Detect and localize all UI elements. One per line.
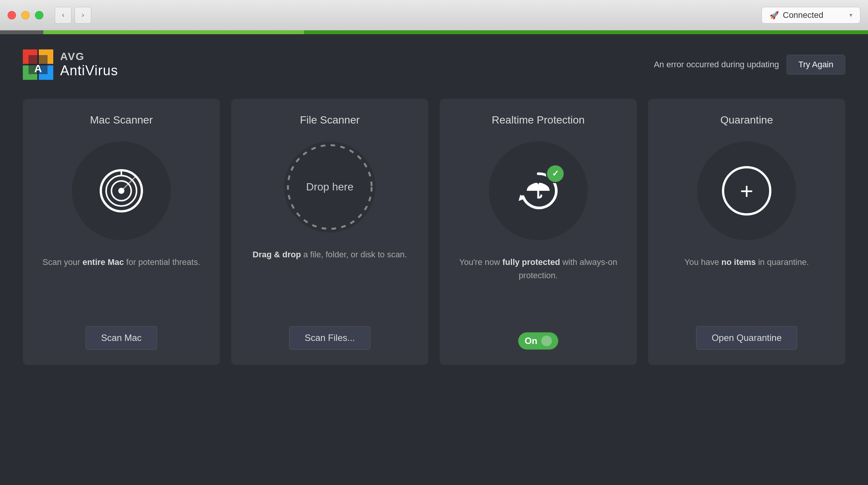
open-quarantine-button[interactable]: Open Quarantine bbox=[696, 326, 797, 350]
antivirus-label: AntiVirus bbox=[60, 63, 118, 79]
close-button[interactable] bbox=[8, 11, 16, 19]
update-error-text: An error occurred during updating bbox=[654, 60, 779, 70]
mac-scanner-icon-container bbox=[72, 141, 171, 240]
avg-label: AVG bbox=[60, 51, 118, 63]
quarantine-card: Quarantine + You have no items in quaran… bbox=[648, 99, 845, 365]
drop-here-text: Drop here bbox=[306, 181, 354, 193]
update-notice: An error occurred during updating Try Ag… bbox=[654, 55, 845, 74]
try-again-button[interactable]: Try Again bbox=[787, 55, 845, 74]
mac-scanner-card: Mac Scanner Scan your entire Mac bbox=[23, 99, 220, 365]
toggle-on-label: On bbox=[525, 336, 537, 346]
quarantine-desc: You have no items in quarantine. bbox=[685, 255, 809, 315]
check-badge bbox=[546, 164, 565, 183]
green-stripe bbox=[0, 30, 868, 34]
app-area: A AVG AntiVirus An error occurred during… bbox=[0, 34, 868, 485]
toggle-container: On bbox=[518, 332, 558, 350]
mac-scanner-title: Mac Scanner bbox=[90, 114, 153, 126]
logo-area: A AVG AntiVirus bbox=[23, 49, 118, 80]
realtime-icon-container bbox=[489, 141, 588, 240]
scan-mac-button[interactable]: Scan Mac bbox=[86, 326, 157, 350]
protection-toggle[interactable]: On bbox=[518, 332, 558, 350]
quarantine-title: Quarantine bbox=[720, 114, 773, 126]
file-scanner-card: File Scanner Drop here Drag & drop a fil… bbox=[231, 99, 428, 365]
plus-circle-icon: + bbox=[722, 166, 771, 216]
forward-button[interactable]: › bbox=[75, 7, 91, 24]
back-button[interactable]: ‹ bbox=[55, 7, 72, 24]
protection-icon-wrap bbox=[515, 168, 561, 214]
connected-badge[interactable]: 🚀 Connected ▾ bbox=[761, 7, 860, 24]
chevron-down-icon: ▾ bbox=[849, 11, 852, 19]
svg-text:A: A bbox=[34, 63, 42, 74]
logo-text: AVG AntiVirus bbox=[60, 51, 118, 79]
mac-scanner-desc: Scan your entire Mac for potential threa… bbox=[43, 255, 200, 315]
realtime-protection-card: Realtime Protection bbox=[440, 99, 637, 365]
toggle-knob bbox=[541, 336, 552, 346]
rocket-icon: 🚀 bbox=[769, 11, 779, 20]
realtime-desc: You're now fully protected with always-o… bbox=[451, 255, 625, 321]
app-header: A AVG AntiVirus An error occurred during… bbox=[23, 49, 845, 80]
traffic-lights bbox=[8, 11, 43, 19]
maximize-button[interactable] bbox=[35, 11, 43, 19]
titlebar: ‹ › 🚀 Connected ▾ bbox=[0, 0, 868, 30]
nav-buttons: ‹ › bbox=[55, 7, 91, 24]
scanner-icon bbox=[99, 168, 144, 214]
file-drop-zone[interactable]: Drop here bbox=[284, 141, 375, 233]
cards-grid: Mac Scanner Scan your entire Mac bbox=[23, 99, 845, 365]
connected-label: Connected bbox=[783, 10, 823, 20]
scan-files-button[interactable]: Scan Files... bbox=[289, 326, 370, 350]
realtime-title: Realtime Protection bbox=[492, 114, 585, 126]
file-scanner-title: File Scanner bbox=[300, 114, 359, 126]
minimize-button[interactable] bbox=[21, 11, 30, 19]
quarantine-icon-container: + bbox=[697, 141, 796, 240]
file-scanner-desc: Drag & drop a file, folder, or disk to s… bbox=[253, 248, 407, 315]
avg-logo-icon: A bbox=[23, 49, 53, 80]
